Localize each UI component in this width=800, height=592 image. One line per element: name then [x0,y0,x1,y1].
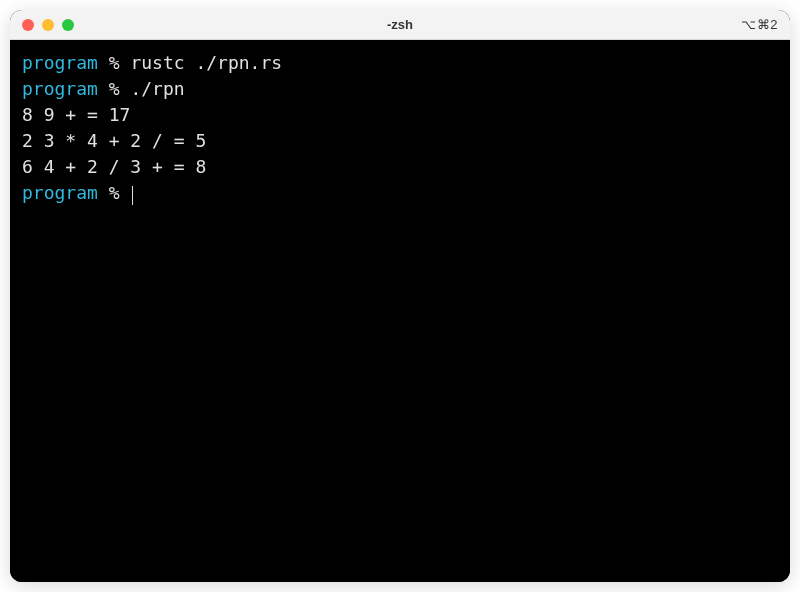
prompt-line: program % rustc ./rpn.rs [22,50,778,76]
command-text: rustc ./rpn.rs [130,52,282,73]
maximize-icon[interactable] [62,19,74,31]
prompt-separator: % [98,78,131,99]
terminal-body[interactable]: program % rustc ./rpn.rsprogram % ./rpn8… [10,40,790,582]
output-text: 8 9 + = 17 [22,104,130,125]
prompt-dir: program [22,78,98,99]
command-text: ./rpn [130,78,184,99]
titlebar: -zsh ⌥⌘2 [10,10,790,40]
close-icon[interactable] [22,19,34,31]
output-text: 6 4 + 2 / 3 + = 8 [22,156,206,177]
output-text: 2 3 * 4 + 2 / = 5 [22,130,206,151]
window-title: -zsh [387,17,413,32]
output-line: 2 3 * 4 + 2 / = 5 [22,128,778,154]
prompt-separator: % [98,52,131,73]
terminal-window: -zsh ⌥⌘2 program % rustc ./rpn.rsprogram… [10,10,790,582]
output-line: 6 4 + 2 / 3 + = 8 [22,154,778,180]
prompt-separator: % [98,182,131,203]
prompt-line: program % [22,180,778,206]
traffic-lights [22,19,74,31]
output-line: 8 9 + = 17 [22,102,778,128]
pane-indicator: ⌥⌘2 [741,17,778,32]
prompt-dir: program [22,52,98,73]
prompt-dir: program [22,182,98,203]
prompt-line: program % ./rpn [22,76,778,102]
minimize-icon[interactable] [42,19,54,31]
cursor-icon [132,186,133,206]
